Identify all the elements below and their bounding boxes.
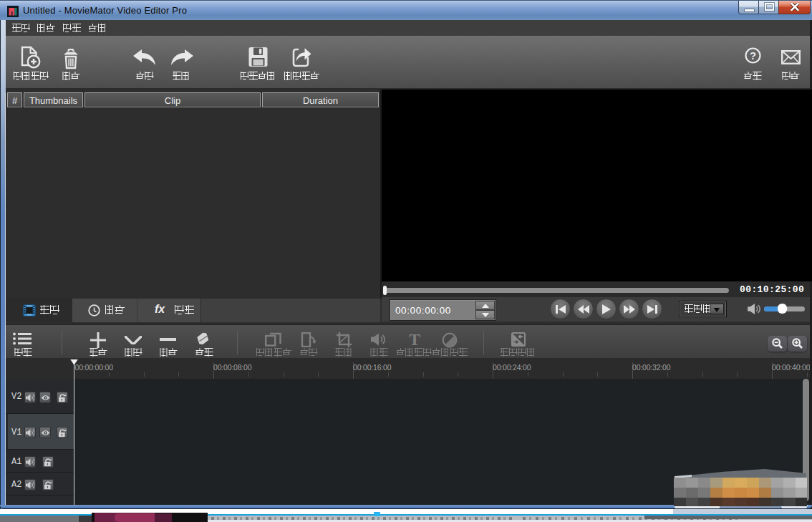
- svg-text:?: ?: [750, 49, 756, 62]
